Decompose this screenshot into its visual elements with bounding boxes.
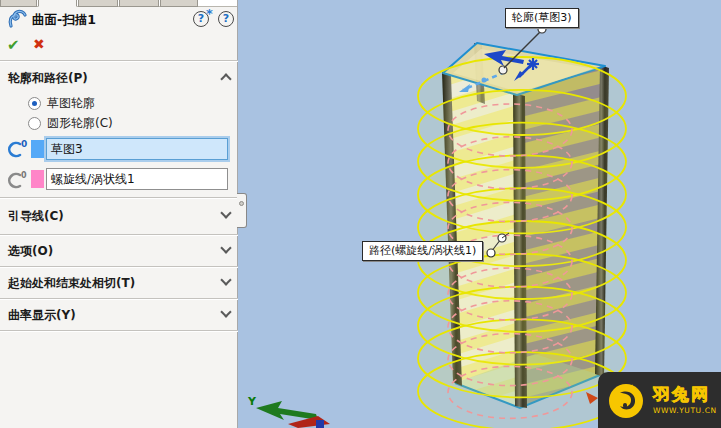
pm-tab-active[interactable] — [38, 0, 77, 7]
divider — [0, 330, 238, 332]
profile-callout[interactable]: 轮廓(草图3) — [505, 8, 579, 28]
profile-color-swatch — [31, 140, 44, 158]
watermark-brand: 羽兔网 — [653, 386, 717, 403]
sweep-profile-icon: 0 — [4, 139, 28, 164]
watermark-url: WWW.YUTU.CN — [653, 407, 717, 415]
panel-title: 曲面-扫描1 — [32, 12, 96, 29]
model-preview — [238, 0, 721, 428]
path-callout[interactable]: 路径(螺旋线/涡状线1) — [362, 241, 483, 261]
solidworks-window: 曲面-扫描1 ? * ? ✔ ✖ 轮廓和路径(P) 草图轮廓 圆形轮廓(C) — [0, 0, 721, 428]
divider — [0, 298, 238, 300]
watermark-badge: 羽兔网 WWW.YUTU.CN — [598, 372, 721, 428]
radio-unselected-icon[interactable] — [28, 117, 41, 130]
section-start-end-tangency[interactable]: 起始处和结束处相切(T) — [0, 273, 238, 293]
help-icon[interactable]: ? — [218, 11, 234, 27]
graphics-viewport[interactable]: 轮廓(草图3) 路径(螺旋线/涡状线1) Y 羽兔网 WWW.YUTU.CN — [238, 0, 721, 428]
chevron-down-icon[interactable] — [220, 306, 231, 317]
path-selection-field[interactable]: 螺旋线/涡状线1 — [46, 168, 228, 190]
section-guide-curves[interactable]: 引导线(C) — [0, 206, 238, 226]
svg-text:0: 0 — [21, 139, 27, 149]
radio-selected-icon[interactable] — [28, 97, 41, 110]
radio-sketch-profile[interactable]: 草图轮廓 — [28, 94, 95, 112]
chevron-down-icon[interactable] — [220, 207, 231, 218]
chevron-up-icon[interactable] — [220, 73, 231, 84]
pm-tab[interactable] — [160, 0, 198, 7]
path-color-swatch — [31, 170, 44, 188]
profile-selection-row: 0 草图3 — [0, 138, 238, 162]
confirm-button[interactable]: ✔ — [7, 36, 20, 54]
sweep-path-icon: 0 — [4, 169, 28, 194]
pm-tab[interactable] — [0, 0, 37, 7]
svg-text:0: 0 — [21, 171, 27, 180]
cancel-button[interactable]: ✖ — [33, 36, 45, 52]
section-options[interactable]: 选项(O) — [0, 241, 238, 261]
property-manager-tabstrip — [0, 0, 237, 7]
section-curvature-display[interactable]: 曲率显示(Y) — [0, 305, 238, 325]
pm-tab[interactable] — [119, 0, 159, 7]
path-selection-row: 0 螺旋线/涡状线1 — [0, 168, 238, 192]
divider — [0, 234, 238, 236]
divider — [0, 60, 238, 62]
divider — [0, 197, 238, 199]
chevron-down-icon[interactable] — [220, 274, 231, 285]
orientation-triad — [256, 401, 330, 428]
panel-title-row: 曲面-扫描1 ? * ? — [0, 10, 238, 32]
chevron-down-icon[interactable] — [220, 242, 231, 253]
triad-y-label: Y — [248, 395, 256, 408]
divider — [0, 266, 238, 268]
help-pin-star: * — [206, 6, 213, 21]
pm-tab[interactable] — [78, 0, 118, 7]
yutu-rabbit-logo-icon — [606, 380, 646, 420]
radio-circular-profile[interactable]: 圆形轮廓(C) — [28, 114, 113, 132]
property-manager-panel: 曲面-扫描1 ? * ? ✔ ✖ 轮廓和路径(P) 草图轮廓 圆形轮廓(C) — [0, 0, 238, 428]
panel-actions: ✔ ✖ — [0, 36, 238, 58]
section-profile-and-path[interactable]: 轮廓和路径(P) — [0, 68, 238, 88]
profile-selection-field[interactable]: 草图3 — [46, 138, 228, 160]
sweep-feature-icon — [7, 8, 29, 33]
